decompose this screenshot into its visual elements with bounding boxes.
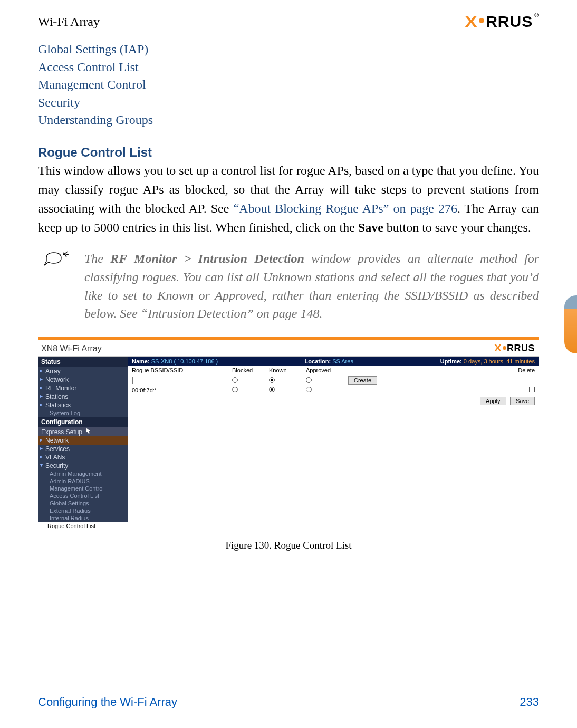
nav-label: Express Setup <box>41 428 82 436</box>
document-title: Wi-Fi Array <box>38 15 100 29</box>
nav-item-stations[interactable]: Stations <box>38 392 128 401</box>
cell-bssid: 00:0f:7d:* <box>132 387 232 394</box>
xref-link[interactable]: Management Control <box>38 76 539 94</box>
bssid-input[interactable] <box>132 377 133 384</box>
delete-checkbox[interactable] <box>529 387 535 392</box>
nav-item-vlans[interactable]: VLANs <box>38 453 128 462</box>
col-delete: Delete <box>503 367 535 373</box>
status-bar: Name: SS-XN8 ( 10.100.47.186 ) Location:… <box>128 357 539 366</box>
grid-header: Rogue BSSID/SSID Blocked Known Approved … <box>128 366 539 375</box>
xref-link[interactable]: Access Control List <box>38 59 539 76</box>
main-panel: Name: SS-XN8 ( 10.100.47.186 ) Location:… <box>128 357 539 530</box>
section-heading: Rogue Control List <box>38 145 539 160</box>
radio-known[interactable] <box>269 387 275 392</box>
grid-row-entry: 00:0f:7d:* <box>128 386 539 395</box>
radio-blocked[interactable] <box>232 387 238 392</box>
col-blocked: Blocked <box>232 367 269 373</box>
brand-tm: ® <box>534 12 540 19</box>
nav-sub[interactable]: Admin Management <box>38 470 128 477</box>
para-text: button to save your changes. <box>383 221 531 234</box>
note-block: The RF Monitor > Intrusion Detection win… <box>38 250 539 323</box>
nav-item-statistics[interactable]: Statistics <box>38 401 128 409</box>
status-name-value: SS-XN8 ( 10.100.47.186 ) <box>151 358 218 365</box>
embedded-titlebar: XN8 Wi-Fi Array X RRUS <box>38 340 539 357</box>
footer-section: Configuring the Wi-Fi Array <box>38 695 177 709</box>
figure-caption: Figure 130. Rogue Control List <box>38 540 539 551</box>
status-location-value: SS Area <box>332 358 353 365</box>
nav-item-rf-monitor[interactable]: RF Monitor <box>38 384 128 392</box>
nav-sub[interactable]: Internal Radius <box>38 514 128 522</box>
nav-sidebar: Status Array Network RF Monitor Stations… <box>38 357 128 530</box>
note-icon <box>43 250 72 323</box>
brand-rest: RRUS <box>486 13 533 31</box>
nav-section-status: Status <box>38 357 128 367</box>
page-header: Wi-Fi Array X RRUS ® <box>38 13 539 33</box>
brand-logo: X RRUS ® <box>466 13 539 31</box>
embedded-ui: XN8 Wi-Fi Array X RRUS Status Array Netw… <box>38 337 539 530</box>
nav-sub[interactable]: External Radius <box>38 507 128 514</box>
thumb-tab-icon <box>564 295 577 353</box>
xref-link[interactable]: Security <box>38 94 539 112</box>
note-strong: RF Monitor > Intrusion Detection <box>110 252 304 265</box>
apply-button[interactable]: Apply <box>480 397 506 405</box>
nav-item-security[interactable]: Security <box>38 462 128 470</box>
col-known: Known <box>269 367 306 373</box>
nav-section-config: Configuration <box>38 417 128 427</box>
save-button[interactable]: Save <box>510 397 535 405</box>
action-row: Apply Save <box>128 395 539 408</box>
figure: XN8 Wi-Fi Array X RRUS Status Array Netw… <box>38 337 539 551</box>
xref-link[interactable]: Understanding Groups <box>38 111 539 129</box>
radio-known[interactable] <box>269 377 275 383</box>
nav-item-network-cfg[interactable]: Network <box>38 436 128 445</box>
radio-approved[interactable] <box>306 387 312 392</box>
status-uptime-value: 0 days, 3 hours, 41 minutes <box>464 358 535 365</box>
brand-dot-icon <box>503 346 506 350</box>
nav-sub[interactable]: Management Control <box>38 485 128 492</box>
brand-x: X <box>495 343 502 354</box>
mini-brand-logo: X RRUS <box>495 343 535 354</box>
brand-x: X <box>465 13 478 31</box>
section-paragraph: This window allows you to set up a contr… <box>38 161 539 237</box>
nav-item-services[interactable]: Services <box>38 445 128 453</box>
status-location-label: Location: <box>305 358 331 365</box>
embedded-title: XN8 Wi-Fi Array <box>41 344 102 353</box>
inline-xref-link[interactable]: “About Blocking Rogue APs” on page 276 <box>233 202 457 215</box>
status-name-label: Name: <box>132 358 150 365</box>
nav-sub[interactable]: Global Settings <box>38 500 128 507</box>
nav-sub-syslog[interactable]: System Log <box>38 409 128 417</box>
note-text: The RF Monitor > Intrusion Detection win… <box>84 250 539 323</box>
nav-sub[interactable]: Admin RADIUS <box>38 477 128 485</box>
grid-row-new: Create <box>128 375 539 386</box>
brand-dot-icon <box>479 18 484 23</box>
col-bssid: Rogue BSSID/SSID <box>132 367 232 373</box>
cursor-icon <box>86 428 91 436</box>
page-footer: Configuring the Wi-Fi Array 233 <box>38 693 539 709</box>
nav-sub[interactable]: Access Control List <box>38 492 128 500</box>
note-part: The <box>84 252 110 265</box>
create-button[interactable]: Create <box>348 376 377 385</box>
nav-item-array[interactable]: Array <box>38 367 128 376</box>
nav-item-network[interactable]: Network <box>38 376 128 384</box>
nav-item-rogue-list[interactable]: Rogue Control List <box>38 522 128 530</box>
status-uptime-label: Uptime: <box>440 358 462 365</box>
brand-rest: RRUS <box>507 343 535 354</box>
nav-item-express-setup[interactable]: Express Setup <box>38 427 128 436</box>
radio-blocked[interactable] <box>232 377 238 383</box>
para-bold: Save <box>358 221 383 234</box>
xref-link[interactable]: Global Settings (IAP) <box>38 41 539 59</box>
radio-approved[interactable] <box>306 377 312 383</box>
footer-page-number: 233 <box>520 695 539 709</box>
col-approved: Approved <box>306 367 348 373</box>
cross-ref-list: Global Settings (IAP) Access Control Lis… <box>38 41 539 129</box>
